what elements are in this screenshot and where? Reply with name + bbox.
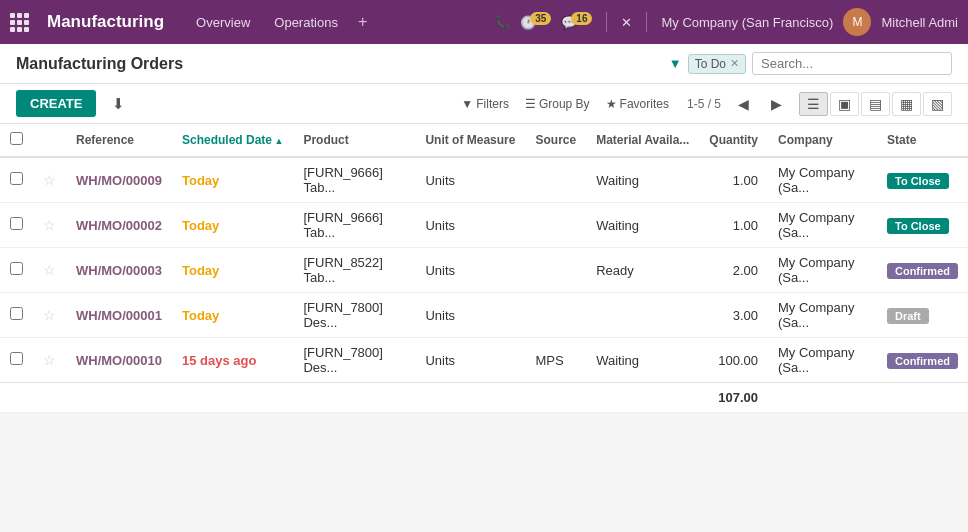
- page-title: Manufacturing Orders: [16, 55, 183, 73]
- total-quantity: 107.00: [699, 383, 768, 413]
- unit-of-measure: Units: [415, 338, 525, 383]
- list-view-button[interactable]: ☰: [799, 92, 828, 116]
- group-by-button[interactable]: ☰ Group By: [519, 94, 596, 114]
- scheduled-date: Today: [182, 173, 219, 188]
- source: [525, 293, 586, 338]
- main-content: Reference Scheduled Date Product Unit of…: [0, 124, 968, 413]
- source: [525, 157, 586, 203]
- filters-button[interactable]: ▼ Filters: [455, 94, 515, 114]
- view-switcher: ☰ ▣ ▤ ▦ ▧: [799, 92, 952, 116]
- top-navigation: Manufacturing Overview Operations + 📞 🕐3…: [0, 0, 968, 44]
- row-checkbox[interactable]: [10, 307, 23, 320]
- select-all-column[interactable]: [0, 124, 33, 157]
- order-reference[interactable]: WH/MO/00010: [76, 353, 162, 368]
- toolbar: CREATE ⬇ ▼ Filters ☰ Group By ★ Favorite…: [0, 84, 968, 124]
- user-avatar[interactable]: M: [843, 8, 871, 36]
- orders-table: Reference Scheduled Date Product Unit of…: [0, 124, 968, 413]
- unit-of-measure: Units: [415, 248, 525, 293]
- chat-icon[interactable]: 💬16: [561, 13, 592, 30]
- search-bar-area: ▼ To Do ✕: [669, 52, 952, 75]
- company: My Company (Sa...: [768, 248, 877, 293]
- row-checkbox[interactable]: [10, 262, 23, 275]
- kanban-view-button[interactable]: ▣: [830, 92, 859, 116]
- row-checkbox[interactable]: [10, 172, 23, 185]
- product-column-header: Product: [293, 124, 415, 157]
- activity-badge: 35: [530, 12, 551, 25]
- table-row: ☆WH/MO/00002Today[FURN_9666] Tab...Units…: [0, 203, 968, 248]
- calendar-view-button[interactable]: ▤: [861, 92, 890, 116]
- product-name: [FURN_9666] Tab...: [293, 157, 415, 203]
- product-name: [FURN_7800] Des...: [293, 338, 415, 383]
- favorites-button[interactable]: ★ Favorites: [600, 94, 675, 114]
- order-reference[interactable]: WH/MO/00001: [76, 308, 162, 323]
- chat-badge: 16: [571, 12, 592, 25]
- table-row: ☆WH/MO/00001Today[FURN_7800] Des...Units…: [0, 293, 968, 338]
- pagination-prev-button[interactable]: ◀: [733, 94, 754, 114]
- source: MPS: [525, 338, 586, 383]
- row-star[interactable]: ☆: [43, 307, 56, 323]
- scheduled-date: 15 days ago: [182, 353, 256, 368]
- search-input[interactable]: [752, 52, 952, 75]
- nav-overview[interactable]: Overview: [188, 11, 258, 34]
- nav-operations[interactable]: Operations: [266, 11, 346, 34]
- order-reference[interactable]: WH/MO/00009: [76, 173, 162, 188]
- topnav-utility-icons: 📞 🕐35 💬16 ✕ My Company (San Francisco) M…: [494, 8, 958, 36]
- row-star[interactable]: ☆: [43, 352, 56, 368]
- select-all-checkbox[interactable]: [10, 132, 23, 145]
- active-filter-tag[interactable]: To Do ✕: [688, 54, 746, 74]
- phone-icon[interactable]: 📞: [494, 15, 510, 30]
- source-column-header: Source: [525, 124, 586, 157]
- quantity: 3.00: [699, 293, 768, 338]
- row-checkbox[interactable]: [10, 352, 23, 365]
- company-column-header: Company: [768, 124, 877, 157]
- company-name[interactable]: My Company (San Francisco): [661, 15, 833, 30]
- pagination-next-button[interactable]: ▶: [766, 94, 787, 114]
- page-subheader: Manufacturing Orders ▼ To Do ✕: [0, 44, 968, 84]
- order-reference[interactable]: WH/MO/00003: [76, 263, 162, 278]
- row-star[interactable]: ☆: [43, 217, 56, 233]
- filter-icon: ▼: [461, 97, 473, 111]
- nav-separator-2: [646, 12, 647, 32]
- material-availability-column-header: Material Availa...: [586, 124, 699, 157]
- material-availability: Ready: [586, 248, 699, 293]
- row-star[interactable]: ☆: [43, 262, 56, 278]
- source: [525, 248, 586, 293]
- nav-separator: [606, 12, 607, 32]
- scheduled-date: Today: [182, 218, 219, 233]
- material-availability: Waiting: [586, 203, 699, 248]
- quantity: 1.00: [699, 157, 768, 203]
- order-reference[interactable]: WH/MO/00002: [76, 218, 162, 233]
- reference-column-header: Reference: [66, 124, 172, 157]
- unit-of-measure: Units: [415, 293, 525, 338]
- material-availability: Waiting: [586, 338, 699, 383]
- filter-funnel-icon: ▼: [669, 56, 682, 71]
- company: My Company (Sa...: [768, 293, 877, 338]
- apps-grid-icon[interactable]: [10, 13, 29, 32]
- table-row: ☆WH/MO/0001015 days ago[FURN_7800] Des..…: [0, 338, 968, 383]
- company: My Company (Sa...: [768, 338, 877, 383]
- state-badge: To Close: [887, 218, 949, 234]
- scheduled-date-column-header[interactable]: Scheduled Date: [172, 124, 293, 157]
- unit-of-measure: Units: [415, 157, 525, 203]
- company: My Company (Sa...: [768, 203, 877, 248]
- row-star[interactable]: ☆: [43, 172, 56, 188]
- graph-view-button[interactable]: ▧: [923, 92, 952, 116]
- close-icon[interactable]: ✕: [621, 15, 632, 30]
- nav-add-button[interactable]: +: [354, 13, 371, 31]
- activity-icon[interactable]: 🕐35: [520, 13, 551, 30]
- state-badge: To Close: [887, 173, 949, 189]
- create-button[interactable]: CREATE: [16, 90, 96, 117]
- download-button[interactable]: ⬇: [108, 91, 129, 117]
- table-row: ☆WH/MO/00009Today[FURN_9666] Tab...Units…: [0, 157, 968, 203]
- pivot-view-button[interactable]: ▦: [892, 92, 921, 116]
- filter-remove-button[interactable]: ✕: [730, 57, 739, 70]
- state-badge: Draft: [887, 308, 929, 324]
- material-availability: [586, 293, 699, 338]
- quantity-column-header: Quantity: [699, 124, 768, 157]
- username[interactable]: Mitchell Admi: [881, 15, 958, 30]
- product-name: [FURN_7800] Des...: [293, 293, 415, 338]
- quantity: 1.00: [699, 203, 768, 248]
- row-checkbox[interactable]: [10, 217, 23, 230]
- product-name: [FURN_8522] Tab...: [293, 248, 415, 293]
- app-name: Manufacturing: [47, 12, 164, 32]
